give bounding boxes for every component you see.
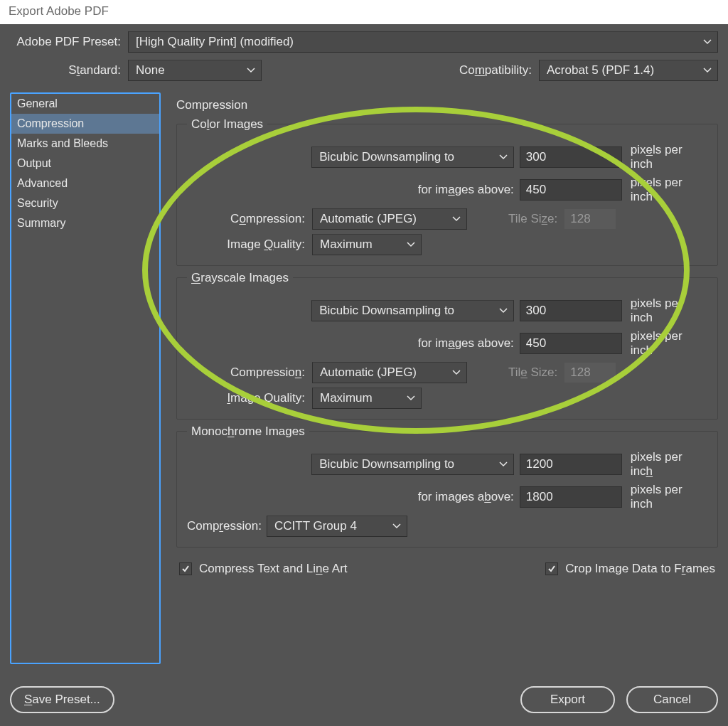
gray-quality-select[interactable]: Maximum: [312, 388, 422, 409]
cancel-button[interactable]: Cancel: [626, 686, 718, 713]
chevron-down-icon: [499, 154, 508, 160]
compression-label: Compression:: [187, 212, 312, 226]
main-pane: Compression Color Images Bicubic Downsam…: [161, 92, 718, 664]
preset-label: Adobe PDF Preset:: [10, 35, 128, 49]
sidebar-item-summary[interactable]: Summary: [11, 213, 159, 233]
mono-ppi-input[interactable]: [520, 454, 622, 475]
sidebar-item-compression[interactable]: Compression: [11, 114, 159, 134]
mono-downsample-select[interactable]: Bicubic Downsampling to: [311, 454, 514, 475]
chevron-down-icon: [392, 523, 401, 529]
checkbox-checked-icon: [545, 562, 558, 575]
grayscale-images-panel: Grayscale Images Bicubic Downsampling to…: [176, 277, 718, 420]
color-quality-select[interactable]: Maximum: [312, 234, 422, 255]
ppi-unit-label: pixels per inch: [622, 176, 707, 204]
gray-above-input[interactable]: [520, 333, 622, 354]
ppi-unit-label: pixels per inch: [622, 143, 707, 171]
color-compression-value: Automatic (JPEG): [320, 212, 417, 226]
monochrome-images-panel: Monochrome Images Bicubic Downsampling t…: [176, 431, 718, 548]
gray-tile-size-value: 128: [564, 363, 616, 383]
ppi-unit-label: pixels per inch: [622, 329, 707, 358]
footer-buttons: Save Preset... Export Cancel: [0, 678, 728, 726]
category-sidebar: General Compression Marks and Bleeds Out…: [10, 92, 161, 664]
chevron-down-icon: [407, 242, 415, 247]
compatibility-select[interactable]: Acrobat 5 (PDF 1.4): [539, 60, 718, 81]
above-label: for images above:: [187, 183, 520, 197]
ppi-unit-label: pixels per inch: [622, 483, 707, 511]
save-preset-button[interactable]: Save Preset...: [10, 686, 114, 713]
chevron-down-icon: [452, 216, 461, 222]
sidebar-item-output[interactable]: Output: [11, 154, 159, 174]
crop-image-checkbox[interactable]: Crop Image Data to Frames: [545, 562, 715, 576]
chevron-down-icon: [247, 68, 255, 73]
compression-label: Compression:: [187, 519, 267, 533]
image-quality-label: Image Quality:: [187, 391, 312, 405]
color-downsample-select[interactable]: Bicubic Downsampling to: [311, 146, 514, 168]
gray-compression-value: Automatic (JPEG): [320, 365, 417, 380]
top-settings: Adobe PDF Preset: [High Quality Print] (…: [0, 24, 728, 81]
image-quality-label: Image Quality:: [187, 237, 312, 252]
chevron-down-icon: [499, 461, 508, 467]
chevron-down-icon: [407, 395, 415, 401]
compress-text-label: Compress Text and Line Art: [199, 562, 348, 576]
color-compression-select[interactable]: Automatic (JPEG): [312, 208, 467, 230]
above-label: for images above:: [187, 336, 520, 351]
tile-size-label: Tile Size:: [508, 365, 564, 380]
gray-downsample-value: Bicubic Downsampling to: [319, 304, 454, 318]
color-above-input[interactable]: [520, 179, 622, 201]
color-ppi-input[interactable]: [520, 146, 622, 168]
tile-size-label: Tile Size:: [508, 212, 564, 226]
checkbox-checked-icon: [179, 562, 192, 575]
color-tile-size-value: 128: [564, 209, 616, 229]
bottom-checkboxes: Compress Text and Line Art Crop Image Da…: [176, 559, 718, 576]
standard-select[interactable]: None: [128, 60, 262, 81]
above-label: for images above:: [187, 490, 520, 504]
gray-compression-select[interactable]: Automatic (JPEG): [312, 362, 467, 383]
standard-value: None: [136, 63, 165, 78]
sidebar-item-advanced[interactable]: Advanced: [11, 174, 159, 193]
monochrome-images-legend: Monochrome Images: [187, 425, 309, 439]
sidebar-item-general[interactable]: General: [11, 94, 159, 114]
gray-ppi-input[interactable]: [520, 300, 622, 321]
compress-text-checkbox[interactable]: Compress Text and Line Art: [179, 562, 348, 576]
chevron-down-icon: [499, 308, 508, 314]
window-title: Export Adobe PDF: [0, 0, 728, 24]
crop-image-label: Crop Image Data to Frames: [565, 562, 715, 576]
mono-above-input[interactable]: [520, 486, 622, 508]
mono-compression-value: CCITT Group 4: [274, 519, 357, 533]
ppi-unit-label: pixels per inch: [622, 297, 707, 325]
compatibility-value: Acrobat 5 (PDF 1.4): [547, 63, 654, 78]
sidebar-item-marks-bleeds[interactable]: Marks and Bleeds: [11, 134, 159, 154]
gray-quality-value: Maximum: [320, 391, 373, 405]
mono-downsample-value: Bicubic Downsampling to: [319, 457, 454, 471]
color-downsample-value: Bicubic Downsampling to: [319, 150, 454, 164]
export-button[interactable]: Export: [520, 686, 615, 713]
chevron-down-icon: [703, 68, 712, 73]
color-images-legend: Color Images: [187, 117, 267, 132]
compression-label: Compression:: [187, 365, 312, 380]
preset-value: [High Quality Print] (modified): [136, 35, 294, 49]
gray-downsample-select[interactable]: Bicubic Downsampling to: [311, 300, 514, 321]
chevron-down-icon: [452, 370, 461, 375]
mono-compression-select[interactable]: CCITT Group 4: [267, 516, 407, 537]
compatibility-label: Compatibility:: [459, 63, 539, 78]
color-images-panel: Color Images Bicubic Downsampling to pix…: [176, 124, 718, 266]
standard-label: Standard:: [10, 63, 128, 78]
ppi-unit-label: pixels per inch: [622, 450, 707, 479]
preset-select[interactable]: [High Quality Print] (modified): [128, 31, 718, 53]
color-quality-value: Maximum: [320, 237, 373, 252]
chevron-down-icon: [703, 39, 712, 45]
section-title: Compression: [176, 98, 718, 112]
sidebar-item-security[interactable]: Security: [11, 193, 159, 213]
grayscale-images-legend: Grayscale Images: [187, 271, 293, 285]
